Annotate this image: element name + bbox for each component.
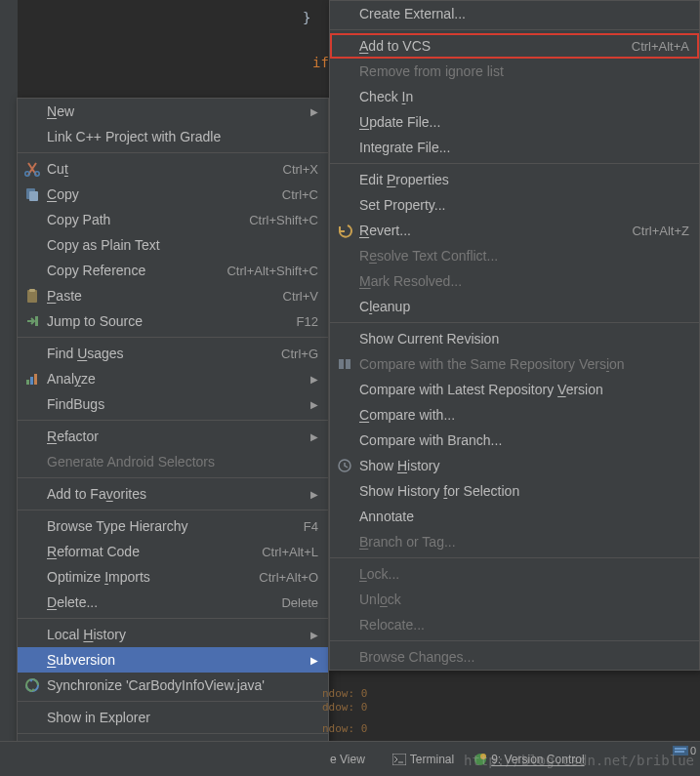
blank-icon — [336, 140, 353, 155]
primary-item-synchronize-carbodyinfoview-java[interactable]: Synchronize 'CarBodyInfoView.java' — [18, 673, 328, 698]
submenu-arrow-icon: ▶ — [309, 399, 318, 410]
svg-rect-10 — [339, 359, 344, 369]
primary-item-copy-as-plain-text[interactable]: Copy as Plain Text — [18, 232, 328, 258]
menu-item-label: Cut — [41, 161, 283, 177]
subversion-item-annotate[interactable]: Annotate — [330, 504, 699, 529]
menu-item-label: Show Current Revision — [353, 331, 689, 347]
menu-item-label: Synchronize 'CarBodyInfoView.java' — [41, 677, 318, 693]
menu-item-label: Optimize Imports — [41, 569, 259, 585]
primary-item-delete[interactable]: Delete...Delete — [18, 590, 328, 615]
blank-icon — [23, 454, 41, 470]
menu-item-label: New — [41, 103, 309, 119]
blank-icon — [23, 346, 41, 361]
subversion-item-resolve-text-conflict: Resolve Text Conflict... — [330, 243, 699, 268]
svg-rect-3 — [29, 191, 38, 201]
primary-item-add-to-favorites[interactable]: Add to Favorites▶ — [18, 481, 328, 507]
menu-item-label: Subversion — [41, 652, 309, 668]
menu-separator — [330, 322, 699, 323]
menu-item-label: Generate Android Selectors — [41, 454, 318, 470]
subversion-item-compare-with-the-same-repository-version: Compare with the Same Repository Version — [330, 351, 699, 377]
subversion-item-add-to-vcs[interactable]: Add to VCSCtrl+Alt+A — [330, 33, 699, 59]
primary-item-new[interactable]: New▶ — [18, 99, 328, 124]
menu-item-shortcut: Ctrl+Shift+C — [249, 213, 318, 227]
primary-item-find-usages[interactable]: Find UsagesCtrl+G — [18, 341, 328, 366]
menu-item-shortcut: Ctrl+C — [282, 187, 318, 202]
primary-item-optimize-imports[interactable]: Optimize ImportsCtrl+Alt+O — [18, 564, 328, 590]
submenu-arrow-icon: ▶ — [309, 106, 318, 117]
primary-item-refactor[interactable]: Refactor▶ — [18, 424, 328, 449]
menu-item-shortcut: F12 — [297, 314, 318, 329]
subversion-item-remove-from-ignore-list: Remove from ignore list — [330, 59, 699, 84]
gutter-strip — [0, 0, 18, 776]
subversion-item-edit-properties[interactable]: Edit Properties — [330, 167, 699, 192]
console-line-1: ndow: 0 — [322, 687, 367, 700]
blank-icon — [336, 6, 353, 21]
primary-item-cut[interactable]: CutCtrl+X — [18, 156, 328, 182]
menu-item-label: Mark Resolved... — [353, 273, 689, 289]
blank-icon — [336, 299, 353, 314]
blank-icon — [23, 263, 41, 278]
menu-item-label: Paste — [41, 288, 283, 304]
primary-item-copy-path[interactable]: Copy PathCtrl+Shift+C — [18, 207, 328, 232]
console-line-2: ddow: 0 — [322, 701, 367, 714]
subversion-item-compare-with-branch[interactable]: Compare with Branch... — [330, 428, 699, 453]
primary-item-local-history[interactable]: Local History▶ — [18, 622, 328, 647]
menu-item-label: Compare with Latest Repository Version — [353, 382, 689, 397]
menu-item-label: Browse Changes... — [353, 649, 689, 665]
blank-icon — [336, 407, 353, 423]
primary-item-browse-type-hierarchy[interactable]: Browse Type HierarchyF4 — [18, 513, 328, 539]
blank-icon — [336, 89, 353, 104]
subversion-item-compare-with-latest-repository-version[interactable]: Compare with Latest Repository Version — [330, 377, 699, 402]
menu-item-label: Show in Explorer — [41, 710, 318, 725]
primary-item-analyze[interactable]: Analyze▶ — [18, 366, 328, 391]
svg-rect-6 — [35, 316, 38, 326]
primary-item-subversion[interactable]: Subversion▶ — [18, 647, 328, 673]
blank-icon — [23, 710, 41, 725]
subversion-item-check-in[interactable]: Check In — [330, 84, 699, 109]
menu-item-label: Create External... — [353, 6, 689, 21]
menu-item-label: Annotate — [353, 509, 689, 524]
menu-item-label: FindBugs — [41, 396, 309, 412]
subversion-item-show-current-revision[interactable]: Show Current Revision — [330, 326, 699, 351]
subversion-item-compare-with[interactable]: Compare with... — [330, 402, 699, 428]
submenu-arrow-icon: ▶ — [309, 489, 318, 500]
menu-item-label: Browse Type Hierarchy — [41, 518, 304, 534]
subversion-item-cleanup[interactable]: Cleanup — [330, 294, 699, 319]
menu-separator — [18, 477, 328, 478]
menu-item-label: Branch or Tag... — [353, 534, 689, 550]
subversion-item-revert[interactable]: Revert...Ctrl+Alt+Z — [330, 218, 699, 243]
primary-item-show-in-explorer[interactable]: Show in Explorer — [18, 705, 328, 730]
menu-item-label: Jump to Source — [41, 313, 297, 329]
subversion-item-show-history[interactable]: Show History — [330, 453, 699, 478]
menu-item-label: Relocate... — [353, 617, 689, 633]
blank-icon — [336, 566, 353, 582]
menu-item-label: Local History — [41, 627, 309, 642]
primary-item-copy[interactable]: CopyCtrl+C — [18, 182, 328, 207]
blank-icon — [23, 594, 41, 610]
context-menu-subversion: Create External...Add to VCSCtrl+Alt+ARe… — [329, 0, 700, 671]
primary-item-reformat-code[interactable]: Reformat CodeCtrl+Alt+L — [18, 539, 328, 564]
primary-item-link-c-project-with-gradle[interactable]: Link C++ Project with Gradle — [18, 124, 328, 149]
blank-icon — [336, 331, 353, 347]
menu-item-label: Edit Properties — [353, 172, 689, 187]
subversion-item-show-history-for-selection[interactable]: Show History for Selection — [330, 478, 699, 504]
subversion-item-set-property[interactable]: Set Property... — [330, 192, 699, 218]
blank-icon — [336, 63, 353, 79]
primary-item-copy-reference[interactable]: Copy ReferenceCtrl+Alt+Shift+C — [18, 258, 328, 283]
code-keyword: if — [195, 55, 329, 70]
subversion-item-integrate-file[interactable]: Integrate File... — [330, 135, 699, 160]
toolwindow-view[interactable]: e View — [330, 753, 365, 766]
primary-item-paste[interactable]: PasteCtrl+V — [18, 283, 328, 308]
menu-separator — [18, 701, 328, 702]
menu-item-label: Analyze — [41, 371, 309, 387]
menu-separator — [18, 733, 328, 734]
blank-icon — [336, 509, 353, 524]
subversion-item-create-external[interactable]: Create External... — [330, 1, 699, 26]
primary-item-findbugs[interactable]: FindBugs▶ — [18, 391, 328, 417]
primary-item-jump-to-source[interactable]: Jump to SourceF12 — [18, 308, 328, 334]
toolwindow-terminal[interactable]: Terminal — [392, 753, 454, 766]
menu-item-label: Copy — [41, 186, 282, 202]
blank-icon — [23, 652, 41, 668]
svg-rect-9 — [34, 374, 37, 385]
subversion-item-update-file[interactable]: Update File... — [330, 109, 699, 135]
